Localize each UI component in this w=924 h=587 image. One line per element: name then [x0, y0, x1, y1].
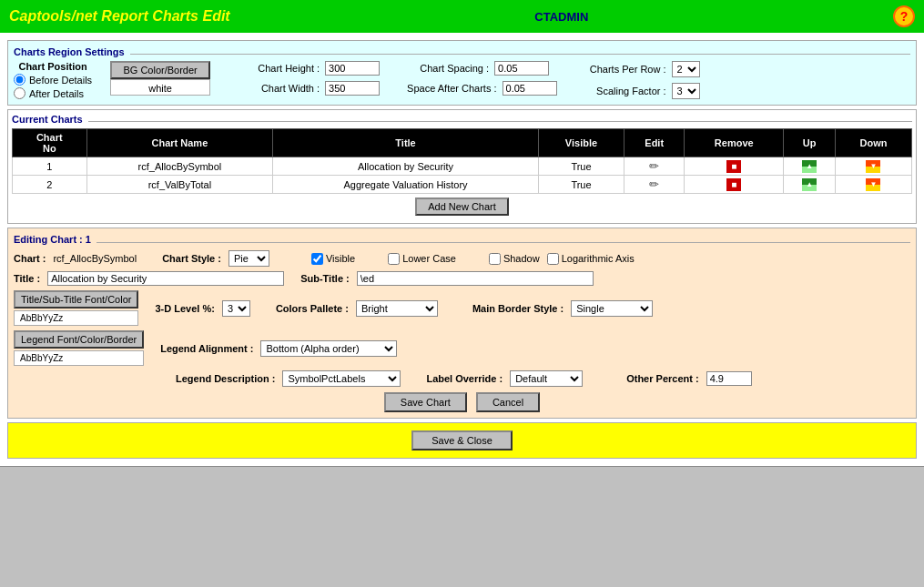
chart-style-label: Chart Style :: [162, 253, 221, 264]
row2-down[interactable]: ▼: [835, 176, 911, 194]
table-row: 2 rcf_ValByTotal Aggregate Valuation His…: [13, 176, 912, 194]
edit-row-1: Chart : rcf_AllocBySymbol Chart Style : …: [14, 250, 910, 267]
legend-font-group: Legend Font/Color/Border AbBbYyZz: [14, 330, 144, 366]
row1-edit[interactable]: ✏: [624, 157, 685, 176]
chart-spacing-row: Chart Spacing :: [407, 61, 556, 76]
label-override-label: Label Override :: [426, 373, 503, 384]
row2-up[interactable]: ▲: [784, 176, 836, 194]
after-details-radio-row: After Details: [14, 87, 92, 99]
lower-case-row: Lower Case: [388, 253, 456, 265]
current-charts-section: Current Charts ChartNo Chart Name Title …: [7, 109, 917, 224]
save-chart-button[interactable]: Save Chart: [384, 392, 467, 412]
bg-color-button[interactable]: BG Color/Border: [110, 61, 210, 79]
after-details-radio[interactable]: [14, 87, 25, 99]
charts-region-title: Charts Region Settings: [14, 46, 125, 57]
charts-per-row-select[interactable]: 1234: [672, 61, 700, 77]
editing-chart-title: Editing Chart : 1: [14, 234, 91, 245]
three-d-select[interactable]: 12345: [222, 300, 250, 317]
col-up: Up: [784, 129, 836, 157]
pencil-icon: ✏: [649, 177, 659, 191]
main-border-select[interactable]: SingleDoubleNone: [571, 300, 653, 317]
col-chart-no: ChartNo: [13, 129, 87, 157]
col-visible: Visible: [538, 129, 624, 157]
row2-remove[interactable]: ■: [685, 176, 784, 194]
edit-row-5: Legend Description : SymbolPctLabelsSymb…: [14, 370, 910, 387]
title-font-sample: AbBbYyZz: [14, 310, 138, 326]
visible-label: Visible: [326, 253, 355, 264]
colors-palette-label: Colors Pallete :: [276, 303, 349, 314]
row1-remove[interactable]: ■: [685, 157, 784, 176]
label-override-select[interactable]: DefaultNoneValuesPercent: [510, 370, 583, 387]
scaling-factor-select[interactable]: 1234: [672, 83, 700, 99]
legend-desc-select[interactable]: SymbolPctLabelsSymbolLabelsNone: [282, 370, 401, 387]
scaling-factor-label: Scaling Factor :: [584, 86, 666, 96]
title-font-group: Title/Sub-Title Font/Color AbBbYyZz: [14, 290, 138, 326]
row1-no: 1: [13, 157, 87, 176]
chart-height-label: Chart Height :: [238, 63, 320, 74]
chart-height-input[interactable]: [325, 61, 380, 76]
chart-spacing-label: Chart Spacing :: [407, 63, 489, 74]
field-group-3: Charts Per Row : 1234 Scaling Factor : 1…: [584, 61, 700, 99]
col-chart-name: Chart Name: [86, 129, 273, 157]
user-label: CTADMIN: [534, 10, 588, 24]
charts-region-settings: Charts Region Settings Chart Position Be…: [7, 40, 917, 106]
chart-field-value: rcf_AllocBySymbol: [53, 253, 137, 264]
up-icon: ▲: [802, 178, 817, 191]
space-after-row: Space After Charts :: [407, 81, 556, 96]
colors-palette-select[interactable]: BrightPastelEarthOcean: [356, 300, 438, 317]
lower-case-checkbox[interactable]: [388, 253, 400, 265]
bg-color-box: BG Color/Border white: [110, 61, 210, 96]
title-font-button[interactable]: Title/Sub-Title Font/Color: [14, 290, 138, 309]
app-title: Captools/net Report Charts Edit: [9, 8, 230, 25]
three-d-label: 3-D Level %:: [155, 303, 214, 314]
field-group-2: Chart Spacing : Space After Charts :: [407, 61, 556, 96]
field-group-1: Chart Height : Chart Width :: [238, 61, 380, 96]
subtitle-input[interactable]: [357, 271, 594, 286]
charts-per-row-row: Charts Per Row : 1234: [584, 61, 700, 77]
remove-icon: ■: [726, 178, 741, 191]
row2-edit[interactable]: ✏: [624, 176, 685, 194]
scaling-factor-row: Scaling Factor : 1234: [584, 83, 700, 99]
legend-align-select[interactable]: Bottom (Alpha order)TopLeftRightNone: [260, 340, 397, 357]
edit-row-2: Title : Sub-Title :: [14, 271, 910, 286]
add-chart-button[interactable]: Add New Chart: [415, 197, 509, 216]
table-row: 1 rcf_AllocBySymbol Allocation by Securi…: [13, 157, 912, 176]
before-details-radio[interactable]: [14, 74, 25, 86]
visible-checkbox[interactable]: [311, 253, 323, 265]
chart-height-row: Chart Height :: [238, 61, 380, 76]
chart-spacing-input[interactable]: [494, 61, 549, 76]
chart-style-select[interactable]: PieBarLine: [228, 250, 269, 267]
down-icon: ▼: [866, 178, 880, 191]
save-close-button[interactable]: Save & Close: [411, 430, 513, 450]
chart-width-label: Chart Width :: [238, 83, 320, 94]
log-axis-checkbox[interactable]: [547, 253, 559, 265]
title-input[interactable]: [47, 271, 284, 286]
subtitle-field-label: Sub-Title :: [300, 273, 350, 284]
shadow-checkbox[interactable]: [489, 253, 501, 265]
other-percent-input[interactable]: [706, 371, 752, 386]
header-bar: Captools/net Report Charts Edit CTADMIN …: [0, 0, 924, 33]
save-close-bar: Save & Close: [7, 422, 917, 459]
help-button[interactable]: ?: [893, 5, 915, 27]
other-percent-label: Other Percent :: [626, 373, 698, 384]
lower-case-label: Lower Case: [402, 253, 456, 264]
main-content: Charts Region Settings Chart Position Be…: [0, 33, 924, 466]
cancel-button[interactable]: Cancel: [476, 392, 540, 412]
row1-down[interactable]: ▼: [835, 157, 911, 176]
add-chart-row: Add New Chart: [12, 194, 912, 219]
chart-width-input[interactable]: [325, 81, 380, 96]
before-details-label: Before Details: [29, 75, 92, 86]
charts-table: ChartNo Chart Name Title Visible Edit Re…: [12, 128, 912, 194]
row2-no: 2: [13, 176, 87, 194]
up-icon: ▲: [802, 160, 817, 173]
remove-icon: ■: [726, 160, 741, 173]
title-field-label: Title :: [14, 273, 40, 284]
editing-chart-section: Editing Chart : 1 Chart : rcf_AllocBySym…: [7, 228, 917, 419]
chart-field-label: Chart :: [14, 253, 46, 264]
chart-position-label: Chart Position: [14, 61, 92, 72]
row1-up[interactable]: ▲: [784, 157, 836, 176]
row2-visible: True: [538, 176, 624, 194]
legend-font-button[interactable]: Legend Font/Color/Border: [14, 330, 144, 349]
space-after-input[interactable]: [503, 81, 557, 96]
chart-width-row: Chart Width :: [238, 81, 380, 96]
